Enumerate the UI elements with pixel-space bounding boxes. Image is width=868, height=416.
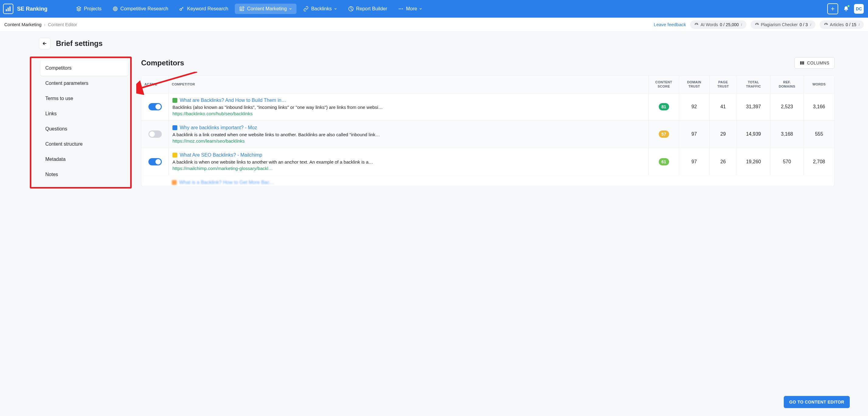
score-badge: 81 bbox=[659, 103, 669, 110]
col-content-score[interactable]: CONTENTSCORE bbox=[649, 76, 679, 93]
sidebar-tab-metadata[interactable]: Metadata bbox=[40, 152, 128, 167]
active-toggle[interactable] bbox=[148, 158, 162, 165]
columns-button[interactable]: COLUMNS bbox=[795, 57, 835, 69]
competitor-url[interactable]: https://backlinko.com/hub/seo/backlinks bbox=[173, 111, 645, 116]
page-title: Brief settings bbox=[56, 39, 102, 48]
cell-traffic: 19,260 bbox=[737, 148, 770, 175]
svg-point-7 bbox=[399, 8, 400, 9]
nav-report-builder[interactable]: Report Builder bbox=[344, 4, 392, 14]
sidebar-tab-terms-to-use[interactable]: Terms to use bbox=[40, 91, 128, 106]
col-words[interactable]: WORDS bbox=[804, 76, 834, 93]
nav-projects[interactable]: Projects bbox=[72, 4, 106, 14]
sidebar: Brief settings CompetitorsContent parame… bbox=[0, 38, 134, 416]
articles-pill[interactable]: Articles 0 / 15 i bbox=[819, 20, 864, 29]
cell-ref-domains: 3,168 bbox=[770, 121, 804, 148]
panel-title: Competitors bbox=[141, 59, 184, 67]
favicon bbox=[173, 153, 177, 158]
cell-competitor: What are Backlinks? And How to Build The… bbox=[169, 93, 649, 121]
favicon bbox=[173, 125, 177, 130]
cell-active bbox=[142, 148, 169, 175]
sidebar-tab-content-structure[interactable]: Content structure bbox=[40, 136, 128, 152]
nav-keyword-research[interactable]: Keyword Research bbox=[175, 4, 232, 14]
competitor-title-link[interactable]: What are Backlinks? And How to Build The… bbox=[180, 98, 286, 103]
competitor-title-link[interactable]: What Are SEO Backlinks? - Mailchimp bbox=[180, 152, 262, 158]
score-badge: 61 bbox=[659, 158, 669, 165]
nav-content-marketing[interactable]: Content Marketing bbox=[235, 4, 297, 14]
nav-more[interactable]: More bbox=[394, 4, 427, 14]
table-header: ACTIVE COMPETITOR CONTENTSCORE DOMAINTRU… bbox=[142, 76, 834, 93]
highlight-box: CompetitorsContent parametersTerms to us… bbox=[30, 57, 132, 189]
sidebar-tab-notes[interactable]: Notes bbox=[40, 167, 128, 182]
svg-rect-13 bbox=[803, 61, 804, 65]
info-icon: i bbox=[741, 23, 742, 27]
cell-traffic: 14,939 bbox=[737, 121, 770, 148]
table-row: What Are SEO Backlinks? - MailchimpA bac… bbox=[142, 148, 834, 175]
back-button[interactable] bbox=[39, 38, 51, 49]
competitor-url[interactable]: https://mailchimp.com/marketing-glossary… bbox=[173, 166, 645, 171]
chevron-down-icon bbox=[419, 7, 423, 11]
cell-ref-domains: 570 bbox=[770, 148, 804, 175]
competitor-title-link[interactable]: What is a Backlink? How to Get More Back… bbox=[179, 180, 276, 185]
plagiarism-pill[interactable]: Plagiarism Checker 0 / 3 i bbox=[751, 20, 815, 29]
competitor-title-link[interactable]: Why are backlinks important? - Moz bbox=[180, 125, 257, 130]
add-button[interactable] bbox=[827, 3, 838, 14]
svg-point-8 bbox=[401, 8, 401, 9]
svg-point-9 bbox=[402, 8, 403, 9]
main: Brief settings CompetitorsContent parame… bbox=[0, 32, 868, 416]
nav-items: Projects Competitive Research Keyword Re… bbox=[72, 4, 427, 14]
top-nav: SE Ranking Projects Competitive Research… bbox=[0, 0, 868, 18]
cell-domain-trust: 97 bbox=[679, 148, 710, 175]
chevron-down-icon bbox=[289, 7, 292, 11]
competitor-url[interactable]: https://moz.com/learn/seo/backlinks bbox=[173, 138, 645, 143]
svg-rect-11 bbox=[800, 61, 801, 65]
col-total-traffic[interactable]: TOTALTRAFFIC bbox=[737, 76, 770, 93]
svg-point-6 bbox=[180, 8, 182, 10]
key-icon bbox=[179, 6, 185, 11]
col-active: ACTIVE bbox=[142, 76, 169, 93]
sidebar-tab-links[interactable]: Links bbox=[40, 106, 128, 121]
stack-icon bbox=[76, 6, 82, 11]
col-ref-domains[interactable]: REF.DOMAINS bbox=[770, 76, 804, 93]
competitor-description: A backlink is a link created when one we… bbox=[173, 132, 645, 138]
dots-icon bbox=[398, 6, 404, 11]
cell-words: 3,166 bbox=[804, 93, 834, 121]
active-toggle[interactable] bbox=[148, 103, 162, 110]
svg-rect-12 bbox=[802, 61, 803, 65]
leave-feedback-link[interactable]: Leave feedback bbox=[654, 22, 686, 27]
ai-words-pill[interactable]: AI Words 0 / 25,000 i bbox=[690, 20, 746, 29]
cell-page-trust: 29 bbox=[710, 121, 737, 148]
arrow-left-icon bbox=[42, 41, 48, 46]
notifications-button[interactable] bbox=[842, 5, 850, 13]
user-avatar[interactable]: DC bbox=[854, 4, 864, 14]
nav-backlinks[interactable]: Backlinks bbox=[299, 4, 342, 14]
active-toggle[interactable] bbox=[148, 130, 162, 138]
cell-page-trust: 26 bbox=[710, 148, 737, 175]
breadcrumb-root[interactable]: Content Marketing bbox=[4, 22, 42, 27]
go-to-content-editor-button[interactable]: GO TO CONTENT EDITOR bbox=[784, 396, 850, 408]
svg-rect-2 bbox=[9, 6, 11, 11]
nav-right: DC bbox=[827, 3, 864, 14]
favicon bbox=[172, 180, 177, 185]
brand-name[interactable]: SE Ranking bbox=[17, 6, 48, 12]
cell-competitor: Why are backlinks important? - MozA back… bbox=[169, 121, 649, 148]
gauge-icon bbox=[755, 23, 759, 27]
score-badge: 57 bbox=[659, 130, 669, 138]
competitor-description: A backlink is when one website links to … bbox=[173, 159, 645, 165]
cell-competitor: What Are SEO Backlinks? - MailchimpA bac… bbox=[169, 148, 649, 175]
competitor-description: Backlinks (also known as "inbound links"… bbox=[173, 104, 645, 110]
sub-bar: Content Marketing › Content Editor Leave… bbox=[0, 18, 868, 32]
logo-icon[interactable] bbox=[3, 4, 13, 14]
sidebar-tab-content-parameters[interactable]: Content parameters bbox=[40, 76, 128, 91]
nav-competitive-research[interactable]: Competitive Research bbox=[108, 4, 173, 14]
sidebar-tab-questions[interactable]: Questions bbox=[40, 121, 128, 136]
table-row-partial: What is a Backlink? How to Get More Back… bbox=[142, 175, 834, 186]
columns-icon bbox=[800, 61, 804, 65]
col-domain-trust[interactable]: DOMAINTRUST bbox=[679, 76, 710, 93]
chevron-down-icon bbox=[334, 7, 337, 11]
cell-content-score: 61 bbox=[649, 148, 679, 175]
sidebar-tab-competitors[interactable]: Competitors bbox=[40, 61, 128, 76]
info-icon: i bbox=[859, 23, 860, 27]
cell-traffic: 31,397 bbox=[737, 93, 770, 121]
col-page-trust[interactable]: PAGETRUST bbox=[710, 76, 737, 93]
cell-domain-trust: 92 bbox=[679, 93, 710, 121]
